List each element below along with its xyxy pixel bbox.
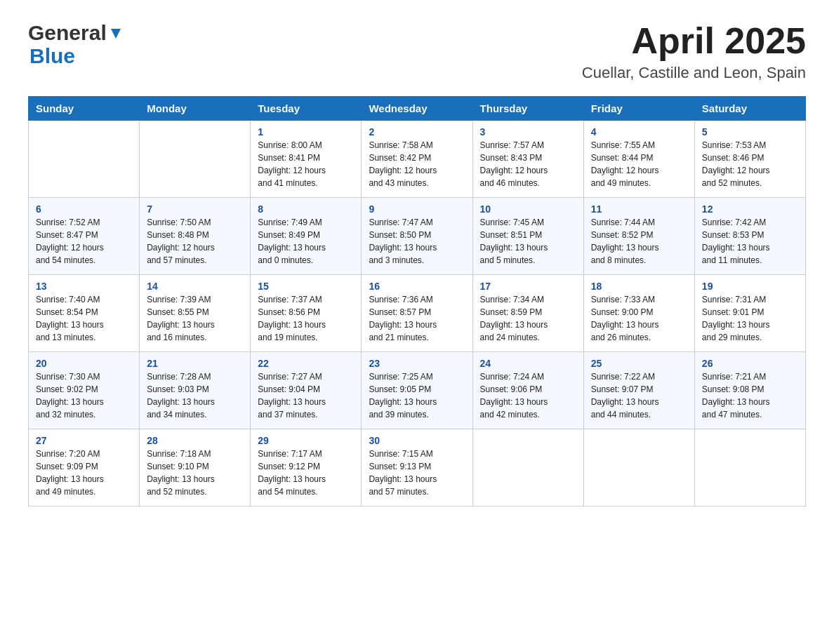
day-info: Sunrise: 7:47 AMSunset: 8:50 PMDaylight:… (369, 216, 465, 267)
day-info: Sunrise: 7:52 AMSunset: 8:47 PMDaylight:… (36, 216, 132, 267)
header: General Blue April 2025 Cuellar, Castill… (28, 21, 806, 82)
day-info: Sunrise: 7:20 AMSunset: 9:09 PMDaylight:… (36, 448, 132, 498)
day-info: Sunrise: 7:55 AMSunset: 8:44 PMDaylight:… (591, 139, 687, 189)
day-info: Sunrise: 7:17 AMSunset: 9:12 PMDaylight:… (258, 448, 354, 498)
day-info: Sunrise: 7:36 AMSunset: 8:57 PMDaylight:… (369, 293, 465, 344)
day-info: Sunrise: 7:30 AMSunset: 9:02 PMDaylight:… (36, 370, 132, 421)
day-info: Sunrise: 7:53 AMSunset: 8:46 PMDaylight:… (702, 139, 798, 189)
day-number: 11 (591, 203, 687, 215)
calendar-cell (472, 429, 583, 507)
logo-general-text: General (28, 21, 107, 44)
calendar-week-2: 6Sunrise: 7:52 AMSunset: 8:47 PMDaylight… (29, 198, 806, 275)
calendar-cell: 24Sunrise: 7:24 AMSunset: 9:06 PMDayligh… (472, 352, 583, 429)
calendar-cell: 23Sunrise: 7:25 AMSunset: 9:05 PMDayligh… (362, 352, 472, 429)
calendar-cell: 1Sunrise: 8:00 AMSunset: 8:41 PMDaylight… (251, 121, 362, 198)
calendar-week-5: 27Sunrise: 7:20 AMSunset: 9:09 PMDayligh… (29, 429, 806, 507)
title-area: April 2025 Cuellar, Castille and Leon, S… (582, 21, 806, 82)
calendar-cell: 18Sunrise: 7:33 AMSunset: 9:00 PMDayligh… (583, 275, 694, 352)
day-info: Sunrise: 7:40 AMSunset: 8:54 PMDaylight:… (36, 293, 132, 344)
header-day-wednesday: Wednesday (362, 97, 472, 121)
day-number: 22 (258, 358, 354, 369)
header-day-saturday: Saturday (694, 97, 805, 121)
day-number: 29 (258, 435, 354, 446)
calendar-cell: 12Sunrise: 7:42 AMSunset: 8:53 PMDayligh… (694, 198, 805, 275)
day-number: 1 (258, 126, 354, 137)
calendar-cell: 29Sunrise: 7:17 AMSunset: 9:12 PMDayligh… (251, 429, 362, 507)
calendar-cell (29, 121, 140, 198)
calendar-cell: 8Sunrise: 7:49 AMSunset: 8:49 PMDaylight… (251, 198, 362, 275)
day-info: Sunrise: 7:18 AMSunset: 9:10 PMDaylight:… (147, 448, 243, 498)
calendar-header-row: SundayMondayTuesdayWednesdayThursdayFrid… (29, 97, 806, 121)
calendar-week-4: 20Sunrise: 7:30 AMSunset: 9:02 PMDayligh… (29, 352, 806, 429)
calendar-cell (694, 429, 805, 507)
day-info: Sunrise: 7:22 AMSunset: 9:07 PMDaylight:… (591, 370, 687, 421)
day-info: Sunrise: 7:57 AMSunset: 8:43 PMDaylight:… (480, 139, 576, 189)
header-day-sunday: Sunday (29, 97, 140, 121)
calendar-cell: 20Sunrise: 7:30 AMSunset: 9:02 PMDayligh… (29, 352, 140, 429)
calendar-week-1: 1Sunrise: 8:00 AMSunset: 8:41 PMDaylight… (29, 121, 806, 198)
day-number: 10 (480, 203, 576, 215)
day-number: 6 (36, 203, 132, 215)
day-number: 30 (369, 435, 465, 446)
logo-blue-text: Blue (29, 44, 75, 67)
calendar-cell: 27Sunrise: 7:20 AMSunset: 9:09 PMDayligh… (29, 429, 140, 507)
day-info: Sunrise: 7:24 AMSunset: 9:06 PMDaylight:… (480, 370, 576, 421)
calendar-cell: 15Sunrise: 7:37 AMSunset: 8:56 PMDayligh… (251, 275, 362, 352)
calendar-cell: 28Sunrise: 7:18 AMSunset: 9:10 PMDayligh… (140, 429, 251, 507)
day-number: 8 (258, 203, 354, 215)
day-info: Sunrise: 7:44 AMSunset: 8:52 PMDaylight:… (591, 216, 687, 267)
calendar-cell: 19Sunrise: 7:31 AMSunset: 9:01 PMDayligh… (694, 275, 805, 352)
day-info: Sunrise: 7:42 AMSunset: 8:53 PMDaylight:… (702, 216, 798, 267)
calendar-cell: 7Sunrise: 7:50 AMSunset: 8:48 PMDaylight… (140, 198, 251, 275)
day-info: Sunrise: 7:49 AMSunset: 8:49 PMDaylight:… (258, 216, 354, 267)
location-title: Cuellar, Castille and Leon, Spain (582, 64, 806, 82)
calendar-cell: 14Sunrise: 7:39 AMSunset: 8:55 PMDayligh… (140, 275, 251, 352)
day-number: 18 (591, 281, 687, 292)
day-info: Sunrise: 7:15 AMSunset: 9:13 PMDaylight:… (369, 448, 465, 498)
day-number: 21 (147, 358, 243, 369)
calendar-cell: 3Sunrise: 7:57 AMSunset: 8:43 PMDaylight… (472, 121, 583, 198)
calendar-cell: 9Sunrise: 7:47 AMSunset: 8:50 PMDaylight… (362, 198, 472, 275)
day-number: 15 (258, 281, 354, 292)
day-number: 9 (369, 203, 465, 215)
day-info: Sunrise: 7:34 AMSunset: 8:59 PMDaylight:… (480, 293, 576, 344)
day-number: 20 (36, 358, 132, 369)
day-number: 7 (147, 203, 243, 215)
header-day-monday: Monday (140, 97, 251, 121)
day-number: 17 (480, 281, 576, 292)
calendar-cell (583, 429, 694, 507)
calendar-cell: 10Sunrise: 7:45 AMSunset: 8:51 PMDayligh… (472, 198, 583, 275)
calendar-cell (140, 121, 251, 198)
day-number: 19 (702, 281, 798, 292)
day-info: Sunrise: 8:00 AMSunset: 8:41 PMDaylight:… (258, 139, 354, 189)
day-number: 23 (369, 358, 465, 369)
day-number: 13 (36, 281, 132, 292)
calendar-cell: 4Sunrise: 7:55 AMSunset: 8:44 PMDaylight… (583, 121, 694, 198)
day-number: 14 (147, 281, 243, 292)
header-day-thursday: Thursday (472, 97, 583, 121)
calendar-cell: 17Sunrise: 7:34 AMSunset: 8:59 PMDayligh… (472, 275, 583, 352)
day-number: 24 (480, 358, 576, 369)
day-number: 26 (702, 358, 798, 369)
day-info: Sunrise: 7:58 AMSunset: 8:42 PMDaylight:… (369, 139, 465, 189)
day-info: Sunrise: 7:31 AMSunset: 9:01 PMDaylight:… (702, 293, 798, 344)
calendar-table: SundayMondayTuesdayWednesdayThursdayFrid… (28, 96, 806, 507)
svg-marker-0 (111, 29, 121, 39)
day-number: 4 (591, 126, 687, 137)
calendar-cell: 26Sunrise: 7:21 AMSunset: 9:08 PMDayligh… (694, 352, 805, 429)
logo-triangle-icon (108, 26, 124, 41)
day-number: 5 (702, 126, 798, 137)
day-number: 12 (702, 203, 798, 215)
day-info: Sunrise: 7:45 AMSunset: 8:51 PMDaylight:… (480, 216, 576, 267)
calendar-cell: 6Sunrise: 7:52 AMSunset: 8:47 PMDaylight… (29, 198, 140, 275)
calendar-cell: 13Sunrise: 7:40 AMSunset: 8:54 PMDayligh… (29, 275, 140, 352)
calendar-cell: 5Sunrise: 7:53 AMSunset: 8:46 PMDaylight… (694, 121, 805, 198)
day-info: Sunrise: 7:27 AMSunset: 9:04 PMDaylight:… (258, 370, 354, 421)
month-title: April 2025 (582, 21, 806, 61)
day-info: Sunrise: 7:39 AMSunset: 8:55 PMDaylight:… (147, 293, 243, 344)
day-number: 28 (147, 435, 243, 446)
day-info: Sunrise: 7:37 AMSunset: 8:56 PMDaylight:… (258, 293, 354, 344)
calendar-cell: 25Sunrise: 7:22 AMSunset: 9:07 PMDayligh… (583, 352, 694, 429)
header-day-friday: Friday (583, 97, 694, 121)
day-info: Sunrise: 7:28 AMSunset: 9:03 PMDaylight:… (147, 370, 243, 421)
